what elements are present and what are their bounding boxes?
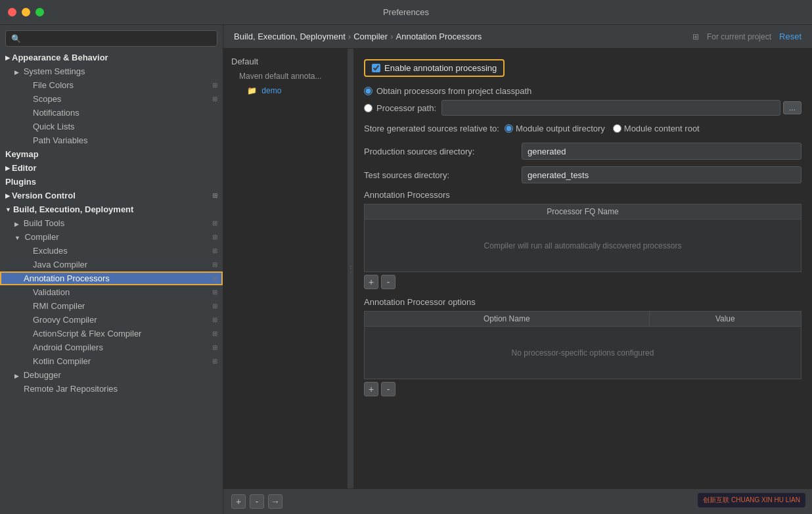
annotation-processors-table: Processor FQ Name Compiler will run all … xyxy=(364,204,801,272)
config-item-maven-default[interactable]: Maven default annota... xyxy=(223,69,348,83)
annotation-options-section-label: Annotation Processor options xyxy=(364,297,801,307)
sidebar-item-keymap[interactable]: Keymap xyxy=(0,147,223,161)
window-title: Preferences xyxy=(383,7,429,17)
production-sources-row: Production sources directory: xyxy=(364,143,801,160)
badge-icon: ⊞ xyxy=(212,247,217,254)
sidebar-item-rmi-compiler[interactable]: RMI Compiler ⊞ xyxy=(0,299,223,313)
sidebar-tree: ▶ Appearance & Behavior ▶ System Setting… xyxy=(0,49,223,397)
arrow-icon: ▶ xyxy=(14,373,19,379)
watermark: 创新互联 CHUANG XIN HU LIAN xyxy=(698,493,805,507)
breadcrumb-sep2: › xyxy=(390,32,393,41)
sidebar: 🔍 ▶ Appearance & Behavior ▶ System Setti… xyxy=(0,25,223,514)
obtain-classpath-row: Obtain processors from project classpath xyxy=(364,86,801,96)
store-generated-row: Store generated sources relative to: Mod… xyxy=(364,124,801,133)
production-sources-label: Production sources directory: xyxy=(364,147,522,156)
test-sources-label: Test sources directory: xyxy=(364,170,522,180)
breadcrumb-build: Build, Execution, Deployment xyxy=(234,32,346,41)
reset-button[interactable]: Reset xyxy=(779,32,801,41)
arrow-icon: ▼ xyxy=(5,206,11,213)
sidebar-item-annotation-processors[interactable]: Annotation Processors ⊞ xyxy=(0,271,223,285)
sidebar-item-kotlin-compiler[interactable]: Kotlin Compiler ⊞ xyxy=(0,354,223,368)
breadcrumb-annotation: Annotation Processors xyxy=(396,32,482,41)
sidebar-item-compiler[interactable]: ▼ Compiler ⊞ xyxy=(0,230,223,244)
badge-icon: ⊞ xyxy=(212,233,217,241)
badge-icon: ⊞ xyxy=(212,330,217,337)
badge-icon: ⊞ xyxy=(212,95,217,103)
sidebar-item-validation[interactable]: Validation ⊞ xyxy=(0,285,223,299)
sidebar-item-quick-lists[interactable]: Quick Lists xyxy=(0,120,223,133)
test-sources-input[interactable] xyxy=(522,166,801,183)
for-project-icon: ⊞ xyxy=(692,32,699,41)
close-button[interactable] xyxy=(8,8,16,16)
minimize-button[interactable] xyxy=(22,8,30,16)
processor-path-input[interactable] xyxy=(441,100,780,116)
enable-annotation-row: Enable annotation processing xyxy=(364,59,505,77)
badge-icon: ⊞ xyxy=(212,275,217,282)
obtain-classpath-radio[interactable] xyxy=(364,87,372,95)
processor-path-radio[interactable] xyxy=(364,104,372,112)
module-content-option: Module content root xyxy=(613,124,700,133)
sidebar-item-remote-jar[interactable]: Remote Jar Repositories xyxy=(0,382,223,396)
annotation-options-toolbar: + - xyxy=(364,382,801,396)
enable-annotation-checkbox[interactable] xyxy=(372,64,380,72)
sidebar-item-excludes[interactable]: Excludes ⊞ xyxy=(0,244,223,258)
for-project-label: For current project xyxy=(707,32,771,41)
processor-path-label: Processor path: xyxy=(376,103,436,113)
module-content-label: Module content root xyxy=(624,124,700,133)
sidebar-item-path-variables[interactable]: Path Variables xyxy=(0,133,223,147)
add-config-button[interactable]: + xyxy=(231,494,246,509)
search-input[interactable] xyxy=(24,34,212,43)
annotation-processors-section-label: Annotation Processors xyxy=(364,190,801,200)
browse-button[interactable]: ... xyxy=(783,101,801,114)
badge-icon: ⊞ xyxy=(212,82,217,89)
option-name-header: Option Name xyxy=(365,312,650,327)
store-generated-label: Store generated sources relative to: xyxy=(364,124,499,133)
sidebar-item-scopes[interactable]: Scopes ⊞ xyxy=(0,92,223,106)
titlebar-buttons xyxy=(8,8,44,16)
maximize-button[interactable] xyxy=(35,8,44,16)
sidebar-item-java-compiler[interactable]: Java Compiler ⊞ xyxy=(0,258,223,271)
sidebar-item-build-tools[interactable]: ▶ Build Tools ⊞ xyxy=(0,216,223,230)
separator-handle[interactable] xyxy=(348,49,353,488)
sidebar-item-build-execution[interactable]: ▼ Build, Execution, Deployment xyxy=(0,202,223,216)
arrow-icon: ▶ xyxy=(5,165,10,172)
annotation-processors-empty-row: Compiler will run all automatically disc… xyxy=(365,220,801,272)
badge-icon: ⊞ xyxy=(212,289,217,296)
sidebar-item-appearance[interactable]: ▶ Appearance & Behavior xyxy=(0,51,223,64)
sidebar-item-editor[interactable]: ▶ Editor xyxy=(0,161,223,175)
add-processor-button[interactable]: + xyxy=(364,275,378,289)
processor-fq-name-header: Processor FQ Name xyxy=(365,204,801,220)
arrow-icon: ▶ xyxy=(14,69,19,76)
module-content-radio[interactable] xyxy=(613,124,621,133)
remove-processor-button[interactable]: - xyxy=(381,275,395,289)
module-output-radio[interactable] xyxy=(505,124,513,133)
settings-body: Default Maven default annota... 📁 demo E… xyxy=(223,49,812,488)
test-sources-row: Test sources directory: xyxy=(364,166,801,183)
sidebar-item-android-compilers[interactable]: Android Compilers ⊞ xyxy=(0,340,223,354)
sidebar-item-debugger[interactable]: ▶ Debugger xyxy=(0,368,223,382)
add-option-button[interactable]: + xyxy=(364,382,378,396)
search-box[interactable]: 🔍 xyxy=(5,30,217,47)
sidebar-item-version-control[interactable]: ▶ Version Control ⊞ xyxy=(0,189,223,202)
annotation-options-empty-row: No processor-specific options configured xyxy=(365,327,801,379)
sidebar-item-notifications[interactable]: Notifications xyxy=(0,106,223,120)
module-output-label: Module output directory xyxy=(516,124,605,133)
no-options-note: No processor-specific options configured xyxy=(365,327,801,379)
remove-option-button[interactable]: - xyxy=(381,382,395,396)
config-item-demo[interactable]: 📁 demo xyxy=(223,83,348,98)
processor-source-group: Obtain processors from project classpath… xyxy=(364,86,801,116)
badge-icon: ⊞ xyxy=(212,358,217,365)
sidebar-item-system-settings[interactable]: ▶ System Settings xyxy=(0,64,223,78)
arrow-icon: ▶ xyxy=(5,193,10,199)
production-sources-input[interactable] xyxy=(522,143,801,160)
folder-icon: 📁 xyxy=(247,86,257,95)
config-item-default[interactable]: Default xyxy=(223,54,348,69)
remove-config-button[interactable]: - xyxy=(250,494,264,509)
badge-icon: ⊞ xyxy=(212,302,217,310)
sidebar-item-groovy-compiler[interactable]: Groovy Compiler ⊞ xyxy=(0,313,223,327)
sidebar-item-plugins[interactable]: Plugins xyxy=(0,175,223,189)
sidebar-item-file-colors[interactable]: File Colors ⊞ xyxy=(0,78,223,92)
nav-config-button[interactable]: → xyxy=(268,494,282,509)
titlebar: Preferences xyxy=(0,0,812,25)
sidebar-item-actionscript-compiler[interactable]: ActionScript & Flex Compiler ⊞ xyxy=(0,327,223,340)
